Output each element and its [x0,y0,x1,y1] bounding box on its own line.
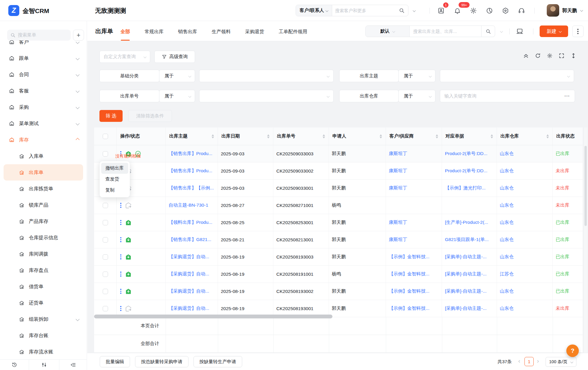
prev-page-button[interactable]: ‹ [518,358,520,364]
search-icon[interactable] [399,8,405,13]
tab[interactable]: 常规出库 [145,29,164,35]
tab[interactable]: 工单配件领用 [279,29,307,35]
notification-bell-icon[interactable] [454,7,461,15]
customer-link[interactable]: 【示例】金智科技... [386,266,442,283]
context-menu-item[interactable]: 查发货 [101,174,128,185]
row-checkbox[interactable] [103,220,108,225]
menu-search-input[interactable]: 搜索菜单 [7,30,71,41]
sidebar-subitem[interactable]: 组装拆卸 [0,311,87,327]
global-search-input[interactable] [332,8,399,13]
customer-link[interactable]: 康斯坦丁 [386,145,442,162]
horizontal-scrollbar[interactable] [94,315,583,318]
filter-value-select[interactable] [199,90,334,102]
filter-value-select[interactable] [440,70,574,82]
row-checkbox[interactable] [103,237,108,243]
settings-gear-icon[interactable] [470,7,477,15]
related-doc-link[interactable]: [生产单]-Product-2(... [442,214,497,231]
row-kebab-icon[interactable] [120,306,121,311]
sidebar-subitem[interactable]: 库存流水账 [0,344,87,359]
sort-carets-icon[interactable] [380,134,382,138]
sort-carets-icon[interactable] [212,134,214,138]
sidebar-item[interactable]: 客服 [0,83,87,99]
row-checkbox[interactable] [103,203,108,208]
filter-field-label[interactable]: 基础分类 [99,70,159,82]
sidebar-subitem[interactable]: 锁库产品 [0,197,87,213]
vertical-scrollbar[interactable] [584,127,587,353]
more-actions-button[interactable] [572,25,584,37]
related-doc-link[interactable]: 【示例】激光打印... [442,180,497,197]
context-menu-item[interactable]: 撤销出库 [101,163,128,174]
add-menu-button[interactable]: + [73,30,84,41]
row-kebab-icon[interactable] [120,220,121,225]
page-size-select[interactable]: 100 条/页 [546,357,576,367]
sidebar-subitem[interactable]: 出库单 [4,164,83,181]
row-kebab-icon[interactable] [120,254,121,259]
filter-field-label[interactable]: 出库仓库 [339,90,399,102]
subject-link[interactable]: 【采购退货】自动... [166,266,218,283]
sidebar-subitem[interactable]: 库存台账 [0,327,87,344]
row-kebab-icon[interactable] [120,272,121,277]
sidebar-item[interactable]: 菜单测试 [0,115,87,132]
tab[interactable]: 生产领料 [212,29,231,35]
sidebar-subitem[interactable]: 还货单 [0,295,87,311]
related-doc-link[interactable]: G821项目跟单-1(单... [442,231,497,248]
column-header[interactable]: 操作/状态 [117,127,166,145]
sort-carets-icon[interactable] [546,134,549,138]
row-checkbox[interactable] [103,306,108,311]
table-settings-gear-icon[interactable] [547,53,553,59]
user-avatar[interactable] [547,4,559,17]
search-category-select[interactable]: 客户/联系人 [296,5,332,16]
column-header[interactable]: 对应单据 [442,127,497,145]
sort-carets-icon[interactable] [323,134,325,138]
row-checkbox[interactable] [103,151,108,157]
subject-link[interactable]: 【采购退货】自动... [166,248,218,265]
batch-action-button[interactable]: 批量编辑 [100,356,130,367]
related-doc-link[interactable]: Product-2(单号:DD... [442,145,497,162]
sidebar-subitem[interactable]: 仓库提示信息 [0,229,87,246]
customer-link[interactable] [386,197,442,214]
collapse-up-icon[interactable] [523,53,529,59]
row-height-icon[interactable] [570,53,576,59]
related-doc-link[interactable]: Product-2(单号:DD... [442,162,497,179]
filter-field-label[interactable]: 出库主题 [339,70,399,82]
subject-link[interactable]: 【采购退货】自动... [166,283,218,300]
warehouse-link[interactable]: 山东仓 [497,145,553,162]
sidebar-subitem[interactable]: 借货单 [0,278,87,295]
view-select[interactable]: 默认 [366,26,410,37]
column-header[interactable]: 出库状态 [553,127,583,145]
row-checkbox[interactable] [103,289,108,294]
refresh-icon[interactable] [535,53,541,59]
filter-operator-select[interactable]: 属于 [159,90,195,102]
fullscreen-icon[interactable] [559,53,565,59]
sidebar-item[interactable]: 合同 [0,66,87,83]
related-doc-link[interactable] [442,197,497,214]
related-doc-link[interactable]: [采购单]-自动主题-... [442,266,497,283]
customer-link[interactable]: 康斯坦丁 [386,162,442,179]
warehouse-link[interactable]: 山东仓 [497,248,553,265]
tab[interactable]: 销售出库 [178,29,197,35]
search-icon[interactable] [481,26,495,37]
sidebar-subitem[interactable]: 入库单 [0,148,87,164]
row-kebab-icon[interactable] [120,203,121,208]
batch-action-button[interactable]: 按缺量转生产申请 [194,356,242,367]
list-search-input[interactable] [410,26,481,37]
support-headset-icon[interactable] [518,7,525,15]
user-menu-chevron-icon[interactable] [580,9,583,12]
vertical-scrollbar-thumb[interactable] [584,146,587,226]
filter-value-select[interactable] [199,70,334,82]
search-collapse-chevron-icon[interactable] [413,9,416,12]
more-filters-button[interactable]: ··· [560,90,575,102]
history-clock-icon[interactable] [0,360,29,370]
filter-operator-select[interactable]: 属于 [159,70,195,82]
tab[interactable]: 采购退货 [245,29,264,35]
workbench-hexagon-icon[interactable] [502,7,509,15]
subject-link[interactable]: 【销售出库】Produ... [166,145,218,162]
warehouse-link[interactable]: 山东仓 [497,283,553,300]
search-more-chevron-icon[interactable] [500,30,503,33]
filter-operator-select[interactable]: 属于 [398,90,435,102]
current-page-button[interactable]: 1 [524,357,534,366]
clear-filter-button[interactable]: 清除筛选条件 [128,110,172,122]
related-doc-link[interactable]: [采购单]-自动主题-... [442,283,497,300]
sidebar-item[interactable]: 跟单 [0,50,87,66]
tab[interactable]: 全部 [121,29,130,35]
